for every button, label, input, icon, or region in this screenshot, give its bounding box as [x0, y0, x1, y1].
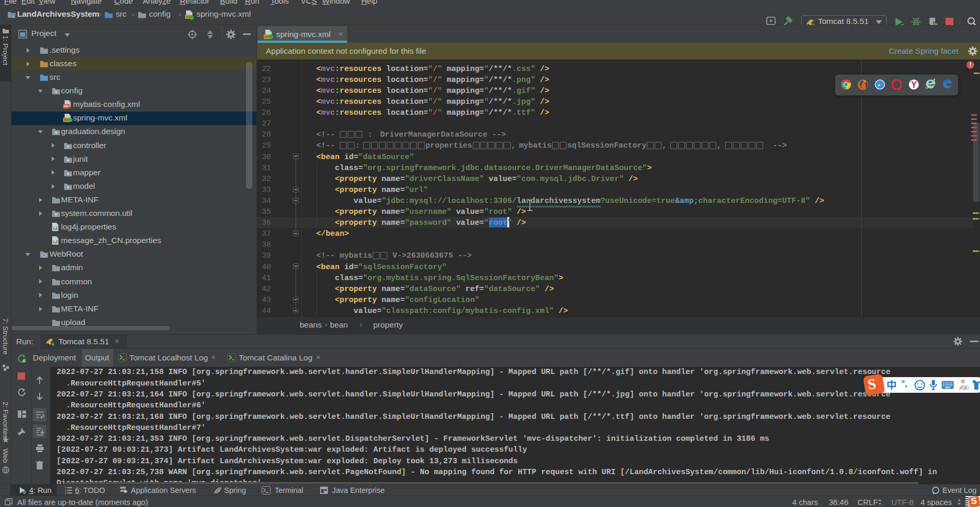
svg-text:<>: <> [64, 105, 68, 109]
svg-text:20: 20 [963, 386, 967, 390]
svg-text:<>: <> [64, 118, 68, 123]
